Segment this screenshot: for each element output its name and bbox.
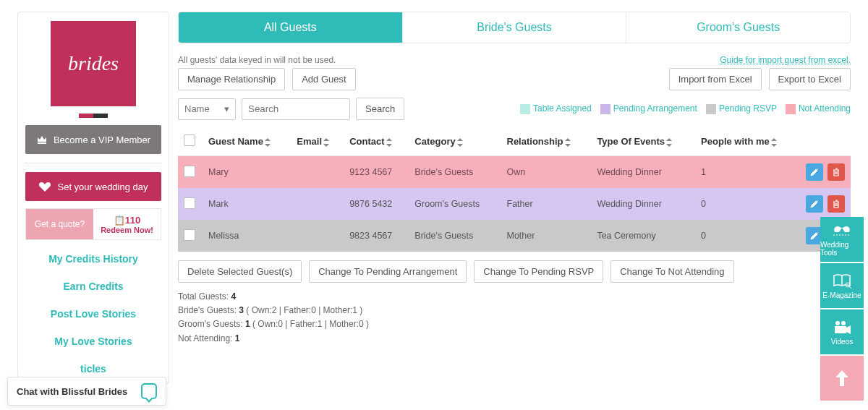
legend-pending-rsvp: Pending RSVP bbox=[706, 103, 777, 114]
summary: Total Guests: 4 Bride's Guests: 3 ( Own:… bbox=[178, 290, 851, 346]
tab-brides-guests[interactable]: Bride's Guests bbox=[402, 12, 626, 43]
import-excel-button[interactable]: Import from Excel bbox=[669, 68, 762, 90]
col-guest-name[interactable]: Guest Name bbox=[203, 127, 291, 156]
dock-emagazine[interactable]: E-Magazine bbox=[820, 263, 864, 308]
cell-people: 0 bbox=[695, 220, 800, 252]
credits-count: 📋110 bbox=[114, 215, 141, 226]
sort-icon bbox=[457, 138, 463, 147]
delete-button[interactable] bbox=[827, 195, 845, 213]
change-pending-arrangement-button[interactable]: Change To Pending Arrangement bbox=[309, 260, 467, 283]
heart-icon bbox=[38, 181, 51, 192]
logo[interactable]: brides bbox=[51, 21, 136, 106]
pencil-icon bbox=[810, 168, 819, 176]
sidebar-link-my-love-stories[interactable]: My Love Stories bbox=[54, 336, 132, 347]
sidebar-link-articles[interactable]: ticles bbox=[80, 363, 106, 375]
search-button[interactable]: Search bbox=[356, 98, 404, 120]
col-contact[interactable]: Contact bbox=[344, 127, 409, 156]
cell-email bbox=[291, 188, 344, 220]
cell-event: Tea Ceremony bbox=[591, 220, 695, 252]
import-guide-link[interactable]: Guide for import guest from excel. bbox=[720, 55, 851, 65]
set-wedding-day-button[interactable]: Set your wedding day bbox=[25, 172, 161, 201]
pencil-icon bbox=[810, 200, 819, 208]
legend-pending-arrangement: Pending Arrangement bbox=[600, 103, 697, 114]
chat-widget[interactable]: Chat with Blissful Brides bbox=[7, 377, 166, 406]
dock-scroll-top[interactable] bbox=[820, 356, 864, 401]
delete-selected-button[interactable]: Delete Selected Guest(s) bbox=[178, 260, 302, 283]
sidebar-links: My Credits History Earn Credits Post Lov… bbox=[25, 253, 161, 375]
legend: Table Assigned Pending Arrangement Pendi… bbox=[520, 103, 851, 114]
arrow-up-icon bbox=[834, 369, 850, 388]
row-checkbox[interactable] bbox=[184, 197, 195, 209]
sort-icon bbox=[265, 138, 271, 147]
svg-point-1 bbox=[835, 321, 840, 325]
sidebar-link-credits-history[interactable]: My Credits History bbox=[48, 253, 138, 265]
manage-relationship-button[interactable]: Manage Relationship bbox=[178, 68, 285, 90]
cell-people: 0 bbox=[695, 188, 800, 220]
col-people-with-me[interactable]: People with me bbox=[695, 127, 800, 156]
sort-icon bbox=[386, 138, 392, 147]
filter-field-select[interactable]: Name ▾ bbox=[178, 98, 236, 120]
sort-icon bbox=[323, 138, 329, 147]
col-type-of-events[interactable]: Type Of Events bbox=[591, 127, 695, 156]
vip-button[interactable]: Become a VIP Member bbox=[25, 125, 161, 154]
main: All Guests Bride's Guests Groom's Guests… bbox=[178, 12, 851, 384]
export-excel-button[interactable]: Export to Excel bbox=[769, 68, 851, 90]
sort-icon bbox=[565, 138, 571, 147]
quote-left: Get a quote? bbox=[26, 209, 93, 239]
sidebar-link-post-love-stories[interactable]: Post Love Stories bbox=[51, 308, 136, 320]
legend-not-attending: Not Attending bbox=[786, 103, 851, 114]
cell-email bbox=[291, 220, 344, 252]
cell-contact: 9876 5432 bbox=[344, 188, 409, 220]
cell-people: 1 bbox=[695, 156, 800, 189]
birds-icon bbox=[832, 222, 852, 238]
legend-table-assigned: Table Assigned bbox=[520, 103, 592, 114]
cell-name: Mary bbox=[203, 156, 291, 189]
vip-label: Become a VIP Member bbox=[54, 134, 150, 145]
col-category[interactable]: Category bbox=[409, 127, 501, 156]
cell-event: Wedding Dinner bbox=[591, 188, 695, 220]
quote-box[interactable]: Get a quote? 📋110 Redeem Now! bbox=[25, 208, 161, 240]
quote-right: 📋110 Redeem Now! bbox=[93, 209, 161, 239]
chat-label: Chat with Blissful Brides bbox=[17, 386, 127, 397]
cell-category: Bride's Guests bbox=[409, 220, 501, 252]
cell-name: Mark bbox=[203, 188, 291, 220]
right-dock: Wedding Tools E-Magazine Videos bbox=[820, 217, 864, 401]
sort-icon bbox=[771, 138, 777, 147]
sidebar-link-earn-credits[interactable]: Earn Credits bbox=[63, 281, 123, 292]
divider bbox=[25, 163, 161, 163]
select-all-checkbox[interactable] bbox=[184, 134, 195, 146]
cell-contact: 9823 4567 bbox=[344, 220, 409, 252]
tab-grooms-guests[interactable]: Groom's Guests bbox=[626, 12, 850, 43]
dock-videos[interactable]: Videos bbox=[820, 309, 864, 354]
edit-button[interactable] bbox=[806, 195, 823, 213]
chevron-down-icon: ▾ bbox=[224, 103, 229, 114]
camera-icon bbox=[832, 319, 852, 335]
cell-contact: 9123 4567 bbox=[344, 156, 409, 189]
search-input[interactable] bbox=[242, 98, 350, 120]
book-icon bbox=[832, 273, 852, 289]
row-checkbox[interactable] bbox=[184, 166, 195, 177]
change-not-attending-button[interactable]: Change To Not Attending bbox=[610, 260, 733, 283]
change-pending-rsvp-button[interactable]: Change To Pending RSVP bbox=[474, 260, 603, 283]
delete-button[interactable] bbox=[827, 163, 845, 181]
cell-name: Melissa bbox=[203, 220, 291, 252]
redeem-label: Redeem Now! bbox=[101, 226, 153, 234]
chat-icon bbox=[141, 383, 157, 399]
sort-icon bbox=[666, 138, 672, 147]
dock-wedding-tools[interactable]: Wedding Tools bbox=[820, 217, 864, 262]
table-row: Melissa9823 4567Bride's GuestsMotherTea … bbox=[178, 220, 851, 252]
cell-event: Wedding Dinner bbox=[591, 156, 695, 189]
color-strip bbox=[79, 114, 108, 118]
col-email[interactable]: Email bbox=[291, 127, 344, 156]
cell-relation: Own bbox=[501, 156, 592, 189]
col-relationship[interactable]: Relationship bbox=[501, 127, 592, 156]
filter-field-value: Name bbox=[184, 103, 210, 114]
cell-relation: Father bbox=[501, 188, 592, 220]
row-checkbox[interactable] bbox=[184, 229, 195, 241]
tab-all-guests[interactable]: All Guests bbox=[179, 12, 402, 43]
cell-email bbox=[291, 156, 344, 189]
data-note: All guests' data keyed in will not be us… bbox=[178, 55, 669, 65]
edit-button[interactable] bbox=[806, 163, 823, 181]
add-guest-button[interactable]: Add Guest bbox=[292, 68, 355, 90]
set-day-label: Set your wedding day bbox=[57, 181, 148, 192]
